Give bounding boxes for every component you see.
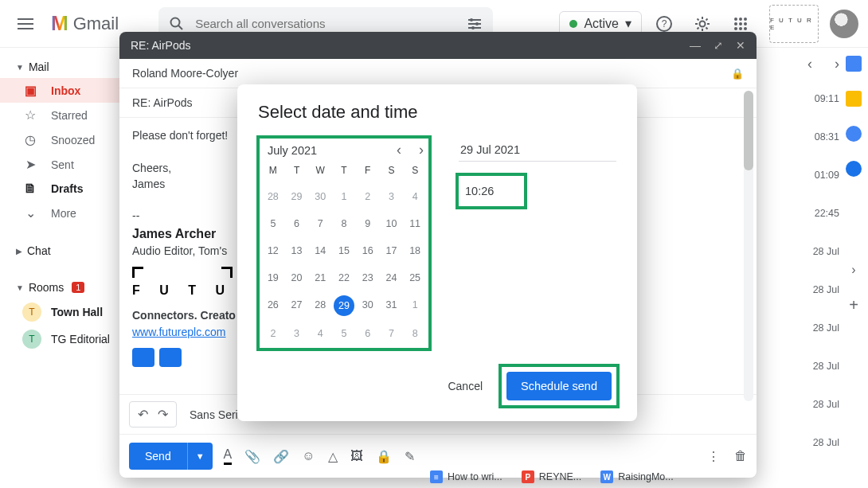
pen-icon[interactable]: ✎ [405,449,415,464]
signature-link[interactable]: www.futureplc.com [132,326,225,338]
calendar-day[interactable]: 7 [308,214,332,233]
calendar-day[interactable]: 4 [403,187,427,206]
org-logo: F U T U R E [769,5,819,43]
chevron-down-icon: ⌄ [22,205,38,221]
compose-scrollbar[interactable] [744,91,753,401]
calendar-day[interactable]: 14 [308,241,332,260]
calendar-day[interactable]: 29 [334,295,354,316]
chevron-down-icon: ▾ [625,16,631,31]
emoji-icon[interactable]: ☺ [302,449,315,463]
calendar-day[interactable]: 8 [403,324,427,343]
calendar-day[interactable]: 30 [356,295,380,316]
calendar-day[interactable]: 12 [261,241,285,260]
close-icon[interactable]: ✕ [736,39,745,52]
calendar-day[interactable]: 21 [308,268,332,287]
send-options-button[interactable]: ▼ [187,443,213,470]
calendar-day[interactable]: 3 [285,324,309,343]
doc-chip[interactable]: ≡How to wri... [430,470,502,483]
calendar-day[interactable]: 22 [332,268,356,287]
link-icon[interactable]: 🔗 [273,449,289,464]
dow-label: T [285,165,309,176]
social-icon[interactable] [132,348,154,367]
dow-label: W [308,165,332,176]
doc-chip[interactable]: WRaisingMo... [600,470,673,483]
calendar-day[interactable]: 23 [356,268,380,287]
calendar-day[interactable]: 28 [261,187,285,206]
search-input[interactable] [195,17,456,30]
calendar-day[interactable]: 25 [403,268,427,287]
fullscreen-icon[interactable]: ⤢ [714,39,723,52]
compose-titlebar[interactable]: RE: AirPods — ⤢ ✕ [119,32,757,59]
calendar-day[interactable]: 9 [356,214,380,233]
drafts-icon: 🗎 [22,182,38,196]
calendar-day[interactable]: 29 [285,187,309,206]
send-button[interactable]: Send [129,443,187,470]
calendar-day[interactable]: 30 [308,187,332,206]
next-month-icon[interactable]: › [419,142,424,158]
date-input[interactable] [459,139,616,162]
calendar-day[interactable]: 28 [308,295,332,316]
drive-icon[interactable]: △ [328,449,338,464]
social-icon[interactable] [159,348,182,367]
calendar-day[interactable]: 31 [380,295,404,316]
calendar-day[interactable]: 4 [308,324,332,343]
more-options-icon[interactable]: ⋮ [707,449,720,464]
undo-icon[interactable]: ↶ [138,407,148,422]
calendar-day[interactable]: 2 [261,324,285,343]
discard-icon[interactable]: 🗑 [734,449,747,464]
main-menu-button[interactable] [10,8,41,40]
msg-time: 28 Jul [776,284,839,295]
calendar-day[interactable]: 7 [380,324,404,343]
calendar-day[interactable]: 11 [403,214,427,233]
calendar-day[interactable]: 26 [261,295,285,316]
calendar-day[interactable]: 1 [332,187,356,206]
calendar-day[interactable]: 13 [285,241,309,260]
calendar-day[interactable]: 5 [261,214,285,233]
confidential-icon[interactable]: 🔒 [376,449,392,464]
schedule-send-button[interactable]: Schedule send [506,372,612,400]
calendar-day[interactable]: 17 [380,241,404,260]
keep-addon-icon[interactable] [846,91,862,107]
add-addon-icon[interactable]: + [849,296,858,314]
calendar-day[interactable]: 8 [332,214,356,233]
calendar-day[interactable]: 27 [285,295,309,316]
minimize-icon[interactable]: — [690,39,701,52]
calendar-day[interactable]: 6 [285,214,309,233]
calendar-day[interactable]: 16 [356,241,380,260]
calendar-day[interactable]: 1 [403,295,427,316]
compose-title: RE: AirPods [131,39,190,52]
calendar-addon-icon[interactable] [846,56,862,72]
month-label: July 2021 [268,144,317,157]
calendar-day[interactable]: 6 [356,324,380,343]
calendar-day[interactable]: 15 [332,241,356,260]
msg-time: 09:11 [776,93,839,104]
doc-chip[interactable]: PREYNE... [522,470,582,483]
account-avatar[interactable] [830,10,858,38]
tasks-addon-icon[interactable] [846,126,862,142]
cancel-button[interactable]: Cancel [443,373,487,399]
calendar-day[interactable]: 18 [403,241,427,260]
svg-point-10 [734,22,737,25]
dow-label: S [403,165,427,176]
calendar-day[interactable]: 5 [332,324,356,343]
search-options-icon[interactable] [467,18,482,30]
calendar-day[interactable]: 2 [356,187,380,206]
redo-icon[interactable]: ↷ [158,407,168,422]
time-input[interactable] [465,185,506,197]
prev-page-icon[interactable]: ‹ [807,56,812,72]
contacts-addon-icon[interactable] [846,161,862,177]
calendar-day[interactable]: 3 [380,187,404,206]
svg-point-11 [739,22,742,25]
image-icon[interactable]: 🖼 [350,449,363,463]
calendar-day[interactable]: 20 [285,268,309,287]
dow-label: S [380,165,404,176]
status-dot-icon [569,20,577,28]
text-format-icon[interactable]: A [224,447,233,465]
calendar-day[interactable]: 24 [380,268,404,287]
calendar-day[interactable]: 10 [380,214,404,233]
show-side-panel-icon[interactable]: › [851,263,855,277]
calendar-day[interactable]: 19 [261,268,285,287]
prev-month-icon[interactable]: ‹ [397,142,401,158]
svg-point-0 [171,18,180,26]
attach-icon[interactable]: 📎 [244,449,260,464]
